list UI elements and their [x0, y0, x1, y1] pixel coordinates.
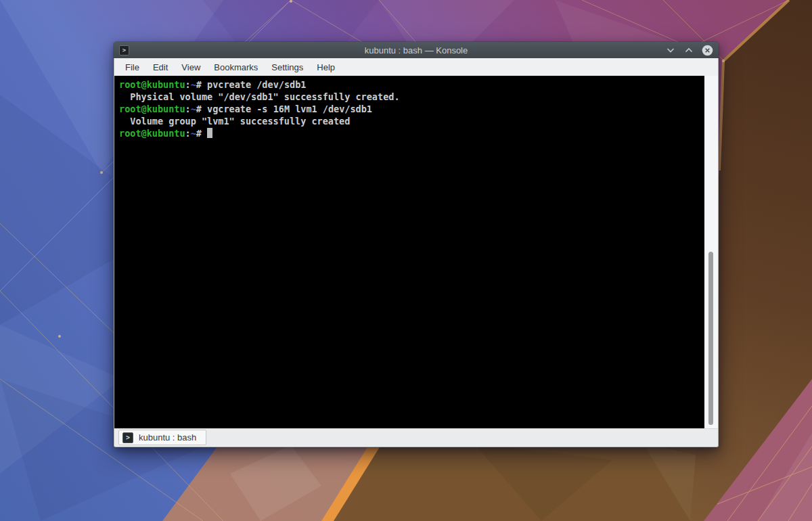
terminal-command-line: root@kubuntu:~#: [119, 127, 704, 139]
tab-bar: >kubuntu : bash: [114, 428, 718, 446]
terminal-scrollbar[interactable]: [704, 76, 718, 428]
terminal-output-line: Physical volume "/dev/sdb1" successfully…: [119, 91, 704, 103]
menu-item-view[interactable]: View: [175, 62, 207, 72]
terminal-screen[interactable]: root@kubuntu:~# pvcreate /dev/sdb1 Physi…: [114, 76, 704, 428]
prompt-path: ~: [191, 104, 196, 114]
close-icon: [702, 45, 713, 56]
chevron-up-icon: [683, 45, 694, 55]
terminal-cursor: [207, 128, 212, 138]
command-text: pvcreate /dev/sdb1: [207, 79, 306, 90]
terminal-command-line: root@kubuntu:~# vgcreate -s 16M lvm1 /de…: [119, 103, 704, 115]
maximize-button[interactable]: [683, 44, 695, 56]
prompt-user: root@kubuntu: [119, 79, 185, 90]
konsole-window: > kubuntu : bash — Konsole: [114, 42, 719, 447]
command-text: vgcreate -s 16M lvm1 /dev/sdb1: [207, 104, 372, 114]
terminal-command-line: root@kubuntu:~# pvcreate /dev/sdb1: [119, 78, 704, 91]
prompt-user: root@kubuntu: [119, 128, 185, 139]
output-text: Volume group "lvm1" successfully created: [119, 116, 350, 127]
window-titlebar[interactable]: > kubuntu : bash — Konsole: [114, 42, 719, 58]
menu-item-help[interactable]: Help: [310, 62, 342, 72]
output-text: Physical volume "/dev/sdb1" successfully…: [119, 91, 400, 102]
prompt-user: root@kubuntu: [119, 104, 185, 114]
terminal-output-line: Volume group "lvm1" successfully created: [119, 115, 704, 127]
tab-label: kubuntu : bash: [139, 432, 196, 443]
chevron-down-icon: [665, 45, 676, 55]
prompt-path: ~: [191, 128, 196, 139]
close-button[interactable]: [701, 44, 713, 56]
terminal-tab[interactable]: >kubuntu : bash: [118, 430, 206, 445]
scrollbar-thumb[interactable]: [708, 252, 713, 425]
menu-item-settings[interactable]: Settings: [265, 62, 310, 72]
prompt-path: ~: [191, 79, 196, 90]
minimize-button[interactable]: [664, 44, 677, 56]
konsole-app-icon: >: [119, 45, 129, 55]
desktop[interactable]: > kubuntu : bash — Konsole: [0, 0, 812, 521]
window-title: kubuntu : bash — Konsole: [114, 45, 719, 55]
menu-item-edit[interactable]: Edit: [146, 62, 175, 72]
menu-bar: FileEditViewBookmarksSettingsHelp: [114, 58, 718, 76]
konsole-terminal-icon: >: [122, 432, 133, 443]
menu-item-file[interactable]: File: [118, 62, 146, 72]
menu-item-bookmarks[interactable]: Bookmarks: [207, 62, 265, 72]
